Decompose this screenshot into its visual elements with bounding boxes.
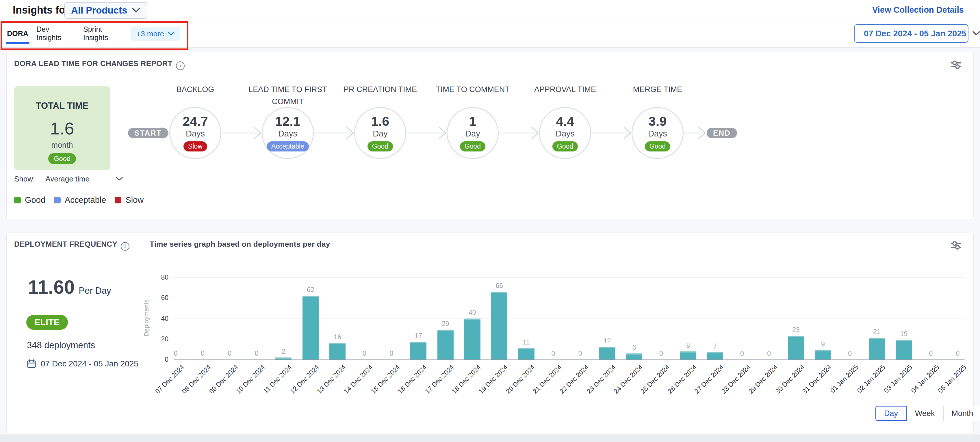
date-range-picker[interactable]: 07 Dec 2024 - 05 Jan 2025 bbox=[854, 24, 969, 43]
bar-value-label: 40 bbox=[461, 309, 484, 317]
bar-16-dec-2024[interactable] bbox=[410, 342, 426, 360]
x-tick-label: 30 Dec 2024 bbox=[756, 363, 806, 414]
filter-sliders-icon[interactable] bbox=[950, 60, 962, 70]
bar-23-dec-2024[interactable] bbox=[599, 347, 616, 360]
bar-value-label: 2 bbox=[272, 348, 295, 355]
bar-30-dec-2024[interactable] bbox=[788, 336, 804, 360]
bar-value-label: 16 bbox=[326, 333, 349, 341]
bar-value-label: 0 bbox=[218, 350, 241, 358]
y-tick-label: 80 bbox=[151, 274, 169, 281]
x-tick-label: 27 Dec 2024 bbox=[675, 363, 725, 414]
bar-value-label: 17 bbox=[407, 332, 430, 340]
stage-status-badge: Good bbox=[645, 141, 670, 152]
chevron-down-icon bbox=[167, 32, 175, 36]
stage-value: 12.1 bbox=[275, 114, 301, 128]
flow-end-pill: END bbox=[707, 128, 737, 138]
granularity-day-button[interactable]: Day bbox=[875, 406, 907, 421]
bar-27-dec-2024[interactable] bbox=[707, 352, 723, 360]
bar-value-label: 0 bbox=[757, 350, 781, 358]
tab-dev-insights[interactable]: Dev Insights bbox=[37, 20, 72, 47]
bar-value-label: 0 bbox=[730, 350, 754, 358]
legend-swatch bbox=[54, 197, 60, 203]
x-tick-label: 26 Dec 2024 bbox=[648, 363, 698, 414]
stage-value: 1 bbox=[469, 114, 476, 128]
bar-24-dec-2024[interactable] bbox=[626, 353, 642, 360]
insights-tab-bar: DORADev InsightsSprint Insights +3 more bbox=[0, 20, 980, 48]
x-tick-label: 20 Dec 2024 bbox=[486, 363, 536, 414]
bar-20-dec-2024[interactable] bbox=[518, 348, 535, 360]
stage-label-2: PR CREATION TIME bbox=[337, 83, 423, 95]
y-axis-label: Deployments bbox=[143, 299, 150, 336]
stage-unit: Days bbox=[278, 129, 297, 138]
x-tick-label: 22 Dec 2024 bbox=[540, 363, 590, 414]
bar-value-label: 8 bbox=[677, 342, 700, 349]
bar-value-label: 23 bbox=[784, 326, 808, 334]
bar-12-dec-2024[interactable] bbox=[302, 296, 319, 360]
show-selector[interactable]: Show: Average time bbox=[14, 174, 123, 184]
bar-value-label: 6 bbox=[623, 344, 646, 352]
y-tick-label: 60 bbox=[151, 294, 169, 302]
deployment-frequency-card: DEPLOYMENT FREQUENCYi Time series graph … bbox=[6, 233, 974, 433]
x-tick-label: 07 Dec 2024 bbox=[135, 363, 186, 414]
legend-label: Acceptable bbox=[65, 195, 106, 205]
stage-label-4: APPROVAL TIME bbox=[522, 83, 608, 95]
bar-value-label: 29 bbox=[434, 320, 457, 328]
tab-sprint-insights[interactable]: Sprint Insights bbox=[83, 20, 124, 47]
bar-11-dec-2024[interactable] bbox=[275, 358, 291, 360]
more-tabs-button[interactable]: +3 more bbox=[130, 27, 180, 41]
bar-19-dec-2024[interactable] bbox=[491, 291, 508, 360]
x-tick-label: 19 Dec 2024 bbox=[459, 363, 510, 414]
product-selector-dropdown[interactable]: All Products bbox=[64, 2, 147, 19]
legend-label: Good bbox=[25, 195, 45, 205]
bar-value-label: 0 bbox=[946, 350, 969, 358]
status-legend: GoodAcceptableSlow bbox=[14, 195, 143, 205]
x-tick-label: 13 Dec 2024 bbox=[297, 363, 348, 414]
bar-value-label: 0 bbox=[245, 350, 268, 358]
chevron-down-icon bbox=[116, 177, 123, 181]
date-range-value: 07 Dec 2024 - 05 Jan 2025 bbox=[864, 29, 966, 38]
granularity-week-button[interactable]: Week bbox=[907, 406, 943, 421]
legend-item-good: Good bbox=[14, 195, 45, 205]
info-icon[interactable]: i bbox=[176, 62, 185, 70]
bar-value-label: 9 bbox=[811, 341, 834, 348]
x-tick-label: 17 Dec 2024 bbox=[405, 363, 456, 414]
total-time-unit: month bbox=[51, 141, 73, 150]
bar-value-label: 19 bbox=[892, 330, 915, 338]
bar-value-label: 0 bbox=[838, 350, 862, 358]
stage-status-badge: Good bbox=[460, 141, 485, 152]
stage-label-3: TIME TO COMMENT bbox=[430, 83, 516, 95]
view-collection-details-link[interactable]: View Collection Details bbox=[872, 5, 964, 15]
bar-31-dec-2024[interactable] bbox=[815, 350, 831, 360]
total-time-label: TOTAL TIME bbox=[36, 101, 89, 111]
legend-swatch bbox=[115, 197, 121, 203]
legend-item-slow: Slow bbox=[115, 195, 143, 205]
bar-17-dec-2024[interactable] bbox=[438, 330, 453, 360]
stage-value: 3.9 bbox=[649, 114, 667, 128]
bar-13-dec-2024[interactable] bbox=[329, 343, 345, 360]
x-tick-label: 21 Dec 2024 bbox=[513, 363, 563, 414]
page-title: Insights for bbox=[13, 4, 69, 16]
bar-value-label: 11 bbox=[515, 338, 538, 346]
chevron-down-icon[interactable] bbox=[972, 31, 980, 36]
stage-status-badge: Acceptable bbox=[267, 141, 309, 152]
granularity-toggle: DayWeekMonth bbox=[875, 406, 980, 421]
bar-03-jan-2025[interactable] bbox=[896, 340, 912, 360]
granularity-month-button[interactable]: Month bbox=[943, 406, 980, 421]
x-tick-label: 16 Dec 2024 bbox=[378, 363, 429, 414]
grid-line bbox=[173, 318, 965, 319]
grid-line bbox=[173, 298, 965, 298]
x-tick-label: 29 Dec 2024 bbox=[729, 363, 779, 414]
bar-02-jan-2025[interactable] bbox=[869, 338, 885, 360]
stage-value: 24.7 bbox=[183, 114, 208, 128]
bar-value-label: 12 bbox=[596, 337, 619, 345]
legend-swatch bbox=[14, 197, 21, 203]
bar-value-label: 0 bbox=[164, 350, 187, 358]
bar-value-label: 0 bbox=[569, 350, 592, 358]
stage-unit: Day bbox=[373, 129, 388, 138]
bar-26-dec-2024[interactable] bbox=[680, 352, 696, 360]
stage-unit: Day bbox=[465, 129, 480, 138]
x-tick-label: 11 Dec 2024 bbox=[243, 363, 294, 414]
stage-value: 1.6 bbox=[371, 114, 390, 128]
x-tick-label: 25 Dec 2024 bbox=[621, 363, 671, 414]
bar-18-dec-2024[interactable] bbox=[464, 318, 480, 360]
